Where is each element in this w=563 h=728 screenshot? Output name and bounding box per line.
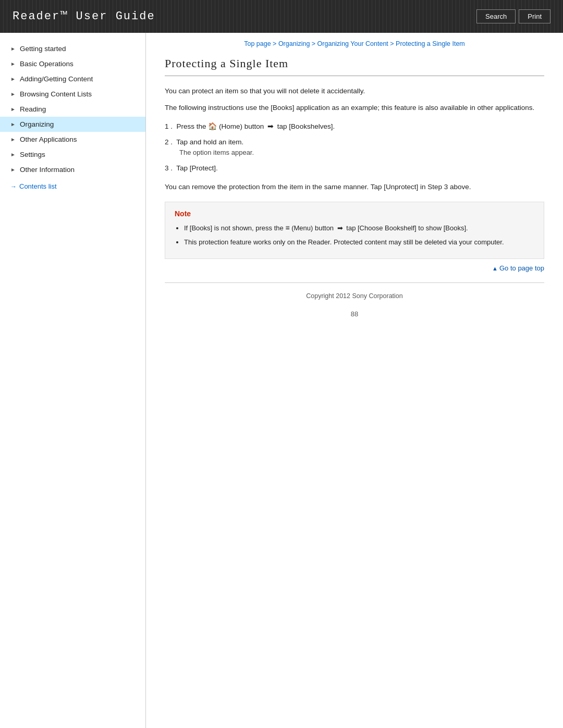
sidebar-item-reading[interactable]: ► Reading <box>0 102 145 117</box>
home-icon: 🏠 <box>208 120 217 132</box>
go-to-top-link[interactable]: ▲Go to page top <box>492 264 544 272</box>
note-box: Note If [Books] is not shown, press the … <box>165 202 544 259</box>
sidebar-item-adding-content[interactable]: ► Adding/Getting Content <box>0 71 145 87</box>
breadcrumb-current: Protecting a Single Item <box>396 40 465 47</box>
sidebar-item-settings[interactable]: ► Settings <box>0 147 145 162</box>
header-actions: Search Print <box>476 9 550 23</box>
print-button[interactable]: Print <box>519 9 550 23</box>
sidebar-item-organizing[interactable]: ► Organizing <box>0 117 145 132</box>
page-header: Reader™ User Guide Search Print <box>0 0 563 33</box>
step-1: 1 . Press the 🏠 (Home) button ➡ tap [Boo… <box>165 120 544 132</box>
step-2: 2 . Tap and hold an item. The option ite… <box>165 137 544 158</box>
steps-list: 1 . Press the 🏠 (Home) button ➡ tap [Boo… <box>165 120 544 174</box>
breadcrumb-organizing[interactable]: Organizing <box>278 40 310 47</box>
page-layout: ► Getting started ► Basic Operations ► A… <box>0 33 563 728</box>
sidebar-item-other-information[interactable]: ► Other Information <box>0 162 145 177</box>
step-2-sub: The option items appear. <box>165 147 544 158</box>
chevron-right-icon: ► <box>10 121 17 127</box>
breadcrumb: Top page > Organizing > Organizing Your … <box>165 33 544 57</box>
chevron-right-icon: ► <box>10 167 17 172</box>
copyright-text: Copyright 2012 Sony Corporation <box>306 292 403 300</box>
note-title: Note <box>175 209 534 218</box>
chevron-right-icon: ► <box>10 61 17 67</box>
main-content: Top page > Organizing > Organizing Your … <box>146 33 563 728</box>
chevron-right-icon: ► <box>10 91 17 97</box>
note-list: If [Books] is not shown, press the ≡ (Me… <box>175 222 534 248</box>
intro-paragraph-1: You can protect an item so that you will… <box>165 85 544 97</box>
intro-paragraph-2: The following instructions use the [Book… <box>165 102 544 114</box>
chevron-right-icon: ► <box>10 46 17 52</box>
page-title: Protecting a Single Item <box>165 57 544 76</box>
sidebar: ► Getting started ► Basic Operations ► A… <box>0 33 146 728</box>
arrow-right-icon: → <box>10 183 17 190</box>
go-to-top-section: ▲Go to page top <box>165 259 544 272</box>
search-button[interactable]: Search <box>476 9 516 23</box>
contents-list-link[interactable]: → Contents list <box>0 177 145 193</box>
chevron-right-icon: ► <box>10 76 17 82</box>
triangle-up-icon: ▲ <box>492 265 498 272</box>
sidebar-item-getting-started[interactable]: ► Getting started <box>0 41 145 56</box>
step-3: 3 . Tap [Protect]. <box>165 163 544 174</box>
chevron-right-icon: ► <box>10 137 17 142</box>
chevron-right-icon: ► <box>10 152 17 157</box>
sidebar-item-other-applications[interactable]: ► Other Applications <box>0 132 145 147</box>
breadcrumb-top-page[interactable]: Top page <box>244 40 271 47</box>
step3-followup: You can remove the protection from the i… <box>165 181 544 193</box>
note-item-2: This protection feature works only on th… <box>184 237 534 248</box>
footer: Copyright 2012 Sony Corporation <box>165 282 544 305</box>
page-number: 88 <box>165 305 544 320</box>
note-item-1: If [Books] is not shown, press the ≡ (Me… <box>184 222 534 234</box>
breadcrumb-organizing-content[interactable]: Organizing Your Content <box>317 40 388 47</box>
chevron-right-icon: ► <box>10 106 17 112</box>
app-title: Reader™ User Guide <box>13 10 155 23</box>
sidebar-item-basic-operations[interactable]: ► Basic Operations <box>0 56 145 71</box>
sidebar-item-browsing-content-lists[interactable]: ► Browsing Content Lists <box>0 87 145 102</box>
menu-icon: ≡ <box>285 222 289 233</box>
